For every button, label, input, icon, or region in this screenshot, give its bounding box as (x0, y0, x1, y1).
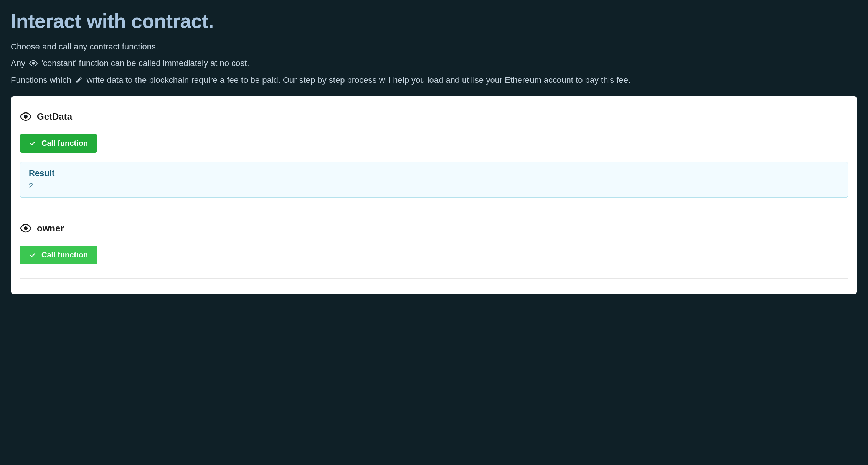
result-title: Result (29, 168, 839, 178)
intro-line-3-suffix: write data to the blockchain require a f… (87, 73, 630, 87)
function-name: owner (37, 223, 64, 234)
check-icon (29, 140, 36, 147)
intro-line-2-suffix: 'constant' function can be called immedi… (41, 56, 249, 70)
svg-point-2 (24, 227, 27, 230)
call-button-label: Call function (41, 251, 88, 259)
call-function-button[interactable]: Call function (20, 134, 97, 153)
function-header: owner (20, 223, 848, 234)
pencil-icon (75, 76, 83, 84)
intro-line-2: Any 'constant' function can be called im… (11, 56, 857, 70)
call-function-button[interactable]: Call function (20, 246, 97, 264)
intro-line-1: Choose and call any contract functions. (11, 40, 857, 54)
function-block-getdata: GetData Call function Result 2 (20, 107, 848, 209)
eye-icon (29, 59, 38, 68)
intro-line-3-prefix: Functions which (11, 73, 71, 87)
functions-panel: GetData Call function Result 2 owner (11, 96, 857, 294)
function-block-owner: owner Call function (20, 209, 848, 276)
intro-line-3: Functions which write data to the blockc… (11, 73, 857, 87)
svg-point-0 (32, 62, 35, 64)
intro-line-2-prefix: Any (11, 56, 25, 70)
page-title: Interact with contract. (11, 10, 857, 33)
divider (20, 278, 848, 279)
call-button-label: Call function (41, 139, 88, 148)
svg-point-1 (24, 115, 27, 118)
result-box: Result 2 (20, 162, 848, 198)
check-icon (29, 252, 36, 259)
result-value: 2 (29, 181, 839, 190)
eye-icon (20, 223, 31, 234)
function-header: GetData (20, 111, 848, 122)
eye-icon (20, 111, 31, 122)
function-name: GetData (37, 111, 72, 122)
